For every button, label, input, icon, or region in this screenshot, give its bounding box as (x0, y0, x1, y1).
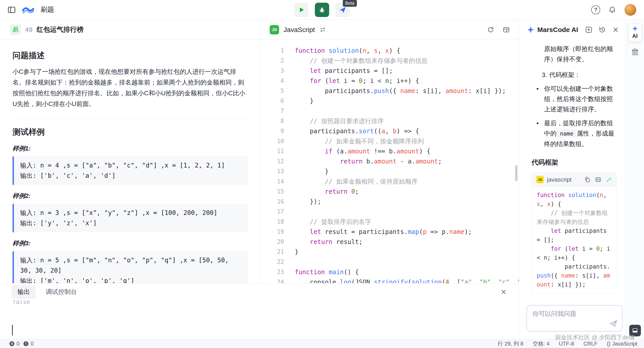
samples-list: 样例1:输入: n = 4 ,s = ["a", "b", "c", "d"] … (12, 144, 248, 283)
sample-block: 输入: n = 5 ,s = ["m", "n", "o", "p", "q"]… (12, 251, 248, 283)
line-number: 13 (261, 166, 284, 176)
ai-list-number: 3. (542, 70, 547, 80)
ai-chat-input[interactable]: 你可以问我问题 (526, 305, 622, 332)
marscode-logo-icon[interactable] (22, 5, 35, 14)
sample-block: 输入: n = 4 ,s = ["a", "b", "c", "d"] ,x =… (12, 156, 248, 185)
line-number: 3 (261, 66, 284, 76)
description-heading: 问题描述 (12, 50, 248, 61)
code-line: 17 (261, 207, 519, 217)
code-line: 9 participants.sort((a, b) => { (261, 126, 519, 136)
error-icon (9, 341, 15, 347)
language-label: JavaScript (284, 26, 315, 34)
play-icon (298, 6, 305, 13)
console-output[interactable]: false (0, 300, 519, 339)
line-number: 21 (261, 247, 284, 257)
debug-button[interactable] (315, 3, 329, 17)
code-line: 21} (261, 247, 519, 257)
warning-icon (23, 341, 29, 347)
main-area: 易 49 红包运气排行榜 问题描述 小C参与了一场抢红包的游戏，现在他想要对所有… (0, 20, 644, 339)
ai-code-card: JS javascript (532, 172, 617, 293)
insert-code-icon[interactable] (595, 176, 601, 183)
problem-description: 小C参与了一场抢红包的游戏，现在他想要对所有参与抢红包的人进行一次运气排名。排名… (12, 66, 248, 109)
errors-count: 0 (16, 340, 20, 347)
paper-plane-icon (339, 6, 346, 14)
ai-code-heading: 代码框架 (532, 158, 617, 166)
ai-message-paragraph: 原始顺序（即抢红包的顺序）保持不变。 (544, 44, 617, 64)
ai-tool-button[interactable]: AI (628, 23, 642, 42)
ai-panel-header: MarsCode AI (519, 20, 626, 40)
indent-setting[interactable]: 空格: 4 (533, 340, 550, 347)
contest-icon[interactable] (631, 48, 639, 56)
braces-icon: {} (607, 340, 610, 347)
code-line: 7 (261, 106, 519, 116)
problem-number: 49 (25, 26, 32, 34)
line-number: 2 (261, 56, 284, 66)
sample-label: 样例2: (12, 192, 248, 200)
samples-heading: 测试样例 (12, 126, 248, 138)
code-line: 14 // 如果金额相同，保持原始顺序 (261, 176, 519, 186)
line-number: 6 (261, 96, 284, 106)
code-line: 3 let participants = []; (261, 66, 519, 76)
line-number: 4 (261, 76, 284, 86)
send-message-icon[interactable] (609, 319, 618, 328)
sample-label: 样例3: (12, 239, 248, 248)
line-number: 20 (261, 237, 284, 247)
history-icon[interactable] (598, 26, 606, 34)
language-mode[interactable]: {} JavaScript (607, 340, 637, 347)
panel-bottom-icon (632, 327, 638, 334)
code-line: 10 // 如果金额不同，按金额降序排列 (261, 136, 519, 146)
bell-icon[interactable] (608, 6, 616, 14)
tab-debug-console[interactable]: 调试控制台 (46, 288, 77, 296)
statusbar: 0 0 行 29, 列 8 空格: 4 UTF-8 CRLF {} JavaSc… (0, 339, 644, 348)
cursor-position[interactable]: 行 29, 列 8 (498, 340, 524, 347)
code-line: 16 }); (261, 196, 519, 207)
line-number: 23 (261, 267, 284, 277)
close-console-icon[interactable] (500, 288, 507, 296)
code-editor[interactable]: 1function solution(n, s, x) {2 // 创建一个对象… (261, 40, 519, 283)
code-line: 15 return 0; (261, 186, 519, 196)
ai-code-line: for (let i = 0; i < n; i++) { (537, 244, 612, 262)
problem-header: 易 49 红包运气排行榜 (0, 20, 260, 40)
sidebar-toggle-icon[interactable] (8, 6, 16, 14)
ai-bullet-item: •你可以先创建一个对象数组，然后将这个数组按照上述逻辑进行排序。 (536, 84, 617, 114)
ai-code-line: // 创建一个对象数组来存储参与者的信息 (537, 208, 612, 226)
warnings-indicator[interactable]: 0 (23, 340, 34, 347)
ai-assistant-panel: MarsCode AI 原始顺序（即抢红包的顺序）保持不变。 (519, 20, 626, 339)
editor-header: JS JavaScript (261, 20, 519, 40)
inline-code: name (558, 130, 576, 137)
code-line: 6 } (261, 96, 519, 106)
submit-button[interactable]: Beta (336, 3, 350, 17)
refresh-icon[interactable] (487, 26, 494, 33)
tab-output[interactable]: 输出 (12, 285, 36, 299)
ai-tool-label: AI (632, 33, 638, 39)
sample-block: 输入: n = 3 ,s = ["x", "y", "z"] ,x = [100… (12, 204, 248, 232)
run-button[interactable] (294, 3, 308, 17)
scrollbar-thumb[interactable] (515, 165, 518, 181)
eol-setting[interactable]: CRLF (584, 340, 598, 347)
warnings-count: 0 (31, 340, 34, 347)
ai-code-card-header: JS javascript (532, 173, 616, 186)
line-number: 9 (261, 126, 284, 136)
line-number: 14 (261, 176, 284, 186)
javascript-badge-icon: JS (536, 176, 544, 184)
code-line: 4 for (let i = 0; i < n; i++) { (261, 76, 519, 86)
ai-code-line: let participants = []; (537, 226, 612, 244)
topbar: 刷题 Beta ? (0, 0, 644, 20)
magic-wand-icon[interactable] (606, 176, 612, 183)
layout-icon[interactable] (503, 26, 510, 33)
topbar-left: 刷题 (8, 5, 54, 14)
encoding[interactable]: UTF-8 (559, 340, 574, 347)
close-ai-panel-icon[interactable] (612, 26, 620, 34)
console-output-text: false (12, 300, 519, 305)
sparkle-icon (527, 26, 534, 33)
help-icon[interactable]: ? (591, 5, 600, 14)
ai-list-item: 3. 代码框架： (542, 70, 617, 80)
ai-panel-title: MarsCode AI (537, 26, 578, 34)
new-chat-icon[interactable] (585, 26, 592, 34)
avatar[interactable] (624, 4, 636, 16)
app-title: 刷题 (41, 5, 54, 14)
copy-code-icon[interactable] (584, 176, 590, 183)
switch-language-icon[interactable] (319, 26, 326, 33)
sparkle-icon (632, 26, 638, 32)
errors-indicator[interactable]: 0 (9, 340, 20, 347)
